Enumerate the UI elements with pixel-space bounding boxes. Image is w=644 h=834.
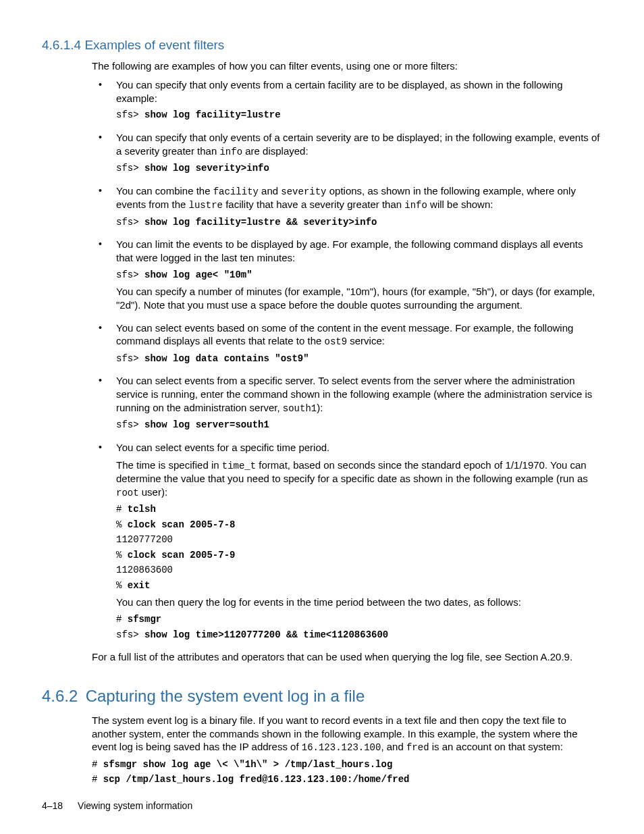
command-line: % exit: [116, 579, 602, 592]
list-item: You can select events based on some of t…: [92, 321, 602, 365]
list-item: You can select events from a specific se…: [92, 374, 602, 432]
bullet-text: You can select events from a specific se…: [116, 374, 602, 415]
list-item: You can combine the facility and severit…: [92, 184, 602, 228]
heading-4-6-1-4: 4.6.1.4 Examples of event filters: [42, 38, 602, 53]
code-block: # tclsh% clock scan 2005-7-81120777200% …: [116, 503, 602, 592]
heading-number: 4.6.1.4: [42, 38, 81, 53]
list-item: You can limit the events to be displayed…: [92, 238, 602, 312]
bullet-text: You can limit the events to be displayed…: [116, 238, 602, 265]
page-footer: 4–18 Viewing system information: [42, 800, 192, 811]
list-item: You can select events for a specific tim…: [92, 441, 602, 641]
command-line: # tclsh: [116, 503, 602, 515]
heading-number: 4.6.2: [42, 687, 81, 706]
command-line: sfs> show log severity>info: [116, 162, 602, 174]
closing-paragraph: For a full list of the attributes and op…: [92, 650, 602, 664]
bullet-text: You can select events based on some of t…: [116, 321, 602, 348]
section-body: The system event log is a binary file. I…: [92, 714, 602, 786]
bullet-text: You can specify that only events from a …: [116, 78, 602, 105]
command-line: % clock scan 2005-7-9: [116, 549, 602, 561]
command-line: # sfsmgr: [116, 613, 602, 625]
heading-4-6-2: 4.6.2 Capturing the system event log in …: [42, 687, 602, 706]
bullet-text: The time is specified in time_t format, …: [116, 459, 602, 500]
page-number: 4–18: [42, 800, 63, 811]
code-block: # sfsmgrsfs> show log time>1120777200 &&…: [116, 613, 602, 641]
command-line: % clock scan 2005-7-8: [116, 519, 602, 531]
footer-title: Viewing system information: [78, 800, 192, 811]
command-line: 1120777200: [116, 533, 602, 546]
document-page: 4.6.1.4 Examples of event filters The fo…: [0, 0, 644, 834]
command-line: # scp /tmp/last_hours.log fred@16.123.12…: [92, 773, 602, 785]
command-line: sfs> show log data contains "ost9": [116, 353, 602, 365]
command-line: sfs> show log facility=lustre: [116, 109, 602, 121]
command-line: sfs> show log server=south1: [116, 419, 602, 431]
command-line: # sfsmgr show log age \< \"1h\" > /tmp/l…: [92, 758, 602, 771]
command-line: sfs> show log time>1120777200 && time<11…: [116, 629, 602, 641]
section-body: The following are examples of how you ca…: [92, 59, 602, 664]
heading-title: Capturing the system event log in a file: [86, 687, 365, 705]
bullet-text: You can select events for a specific tim…: [116, 441, 602, 454]
bullet-text: You can then query the log for events in…: [116, 596, 602, 609]
code-block: # sfsmgr show log age \< \"1h\" > /tmp/l…: [92, 758, 602, 786]
command-line: sfs> show log age< "10m": [116, 269, 602, 281]
bullet-text: You can combine the facility and severit…: [116, 184, 602, 212]
bullet-list: You can specify that only events from a …: [92, 78, 602, 641]
bullet-text: You can specify that only events of a ce…: [116, 131, 602, 158]
command-line: 1120863600: [116, 564, 602, 576]
list-item: You can specify that only events from a …: [92, 78, 602, 122]
intro-paragraph: The following are examples of how you ca…: [92, 59, 602, 73]
heading-title: Examples of event filters: [84, 38, 224, 52]
command-line: sfs> show log facility=lustre && severit…: [116, 216, 602, 228]
list-item: You can specify that only events of a ce…: [92, 131, 602, 175]
section2-paragraph: The system event log is a binary file. I…: [92, 714, 602, 754]
bullet-text: You can specify a number of minutes (for…: [116, 285, 602, 312]
